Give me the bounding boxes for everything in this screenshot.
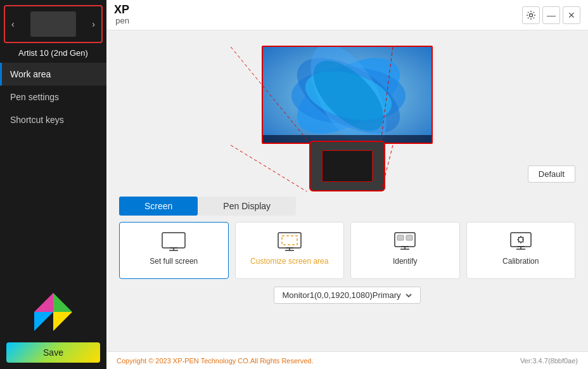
- device-thumbnail: [30, 11, 76, 37]
- svg-marker-3: [53, 293, 72, 312]
- tab-pen-display[interactable]: Pen Display: [198, 197, 296, 216]
- footer: Copyright © 2023 XP-PEN Technology CO.Al…: [106, 351, 588, 369]
- device-selector[interactable]: ‹ ›: [4, 5, 103, 43]
- monitor-dashed-icon: [277, 231, 302, 252]
- minimize-button[interactable]: —: [542, 6, 560, 24]
- monitor-dropdown[interactable]: Monitor1(0,0,1920,1080)Primary: [274, 287, 420, 304]
- window-controls: — ✕: [522, 6, 580, 24]
- footer-version: Ver:3.4.7(8bbf0ae): [520, 357, 578, 365]
- default-button[interactable]: Default: [528, 165, 575, 183]
- next-device-button[interactable]: ›: [89, 16, 98, 32]
- sidebar-nav: Work area Pen settings Shortcut keys: [0, 63, 106, 131]
- monitor-wallpaper: [263, 47, 431, 143]
- xp-pen-logo: [0, 287, 106, 337]
- svg-rect-16: [162, 233, 185, 248]
- tablet-preview: [309, 141, 385, 191]
- preview-area: Default: [119, 39, 575, 191]
- prev-device-button[interactable]: ‹: [9, 16, 17, 32]
- option-identify-label: Identify: [393, 257, 418, 266]
- sidebar-item-shortcut-keys[interactable]: Shortcut keys: [0, 108, 106, 131]
- svg-rect-31: [511, 233, 531, 247]
- svg-rect-21: [282, 236, 297, 245]
- option-customize-screen-area[interactable]: Customize screen area: [235, 222, 345, 279]
- content-area: Default Screen Pen Display Set full scre…: [106, 30, 588, 351]
- option-set-full-screen-label: Set full screen: [150, 257, 198, 266]
- monitor-dropdown-value: Monitor1(0,0,1920,1080)Primary: [282, 290, 400, 300]
- svg-rect-26: [397, 235, 404, 240]
- option-calibration[interactable]: Calibration: [466, 222, 576, 279]
- header: XP pen — ✕: [106, 0, 588, 30]
- sidebar: ‹ › Artist 10 (2nd Gen) Work area Pen se…: [0, 0, 106, 369]
- app-logo: XP pen: [114, 4, 129, 25]
- sidebar-item-work-area[interactable]: Work area: [0, 63, 106, 86]
- svg-marker-0: [34, 293, 53, 312]
- svg-marker-1: [34, 312, 53, 331]
- close-button[interactable]: ✕: [563, 6, 580, 24]
- device-name: Artist 10 (2nd Gen): [0, 48, 106, 63]
- footer-copyright: Copyright © 2023 XP-PEN Technology CO.Al…: [117, 357, 314, 365]
- main-content: XP pen — ✕: [106, 0, 588, 369]
- tabs-row: Screen Pen Display: [119, 197, 575, 216]
- monitor-preview: [262, 46, 433, 144]
- option-customize-screen-area-label: Customize screen area: [250, 257, 328, 266]
- monitor-identify-icon: [392, 231, 418, 252]
- svg-rect-27: [406, 235, 412, 240]
- settings-button[interactable]: [522, 6, 540, 24]
- option-calibration-label: Calibration: [502, 257, 539, 266]
- svg-line-14: [231, 145, 309, 191]
- options-grid: Set full screen Customize screen area: [119, 222, 575, 279]
- monitor-gear-icon: [508, 231, 534, 252]
- tablet-screen: [322, 150, 373, 182]
- save-button[interactable]: Save: [6, 342, 100, 363]
- logo-xp: XP pen: [114, 4, 129, 25]
- svg-marker-2: [53, 312, 72, 331]
- option-identify[interactable]: Identify: [350, 222, 460, 279]
- option-set-full-screen[interactable]: Set full screen: [119, 222, 229, 279]
- monitor-selector-row: Monitor1(0,0,1920,1080)Primary: [119, 287, 575, 304]
- svg-point-4: [530, 13, 533, 16]
- tab-screen[interactable]: Screen: [119, 197, 198, 216]
- sidebar-item-pen-settings[interactable]: Pen settings: [0, 86, 106, 108]
- monitor-full-icon: [161, 231, 186, 252]
